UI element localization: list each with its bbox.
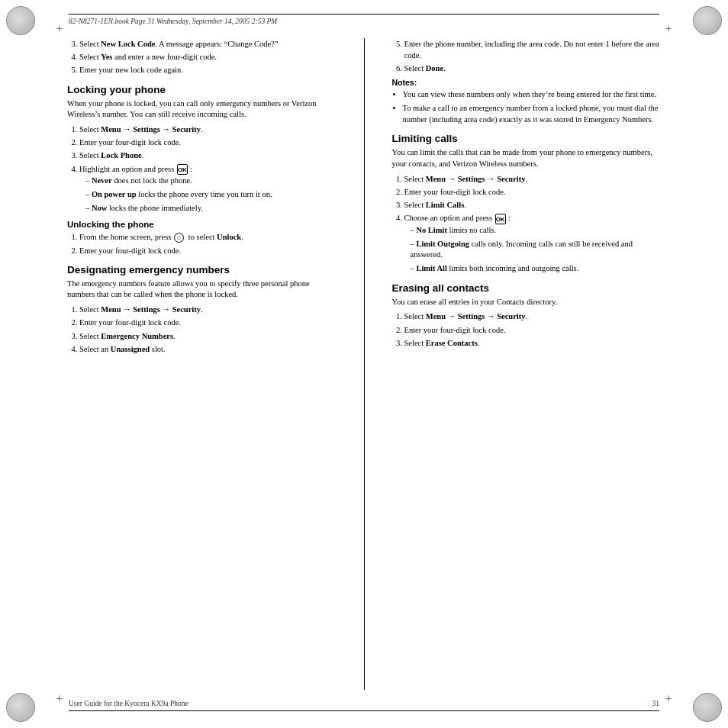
notes-label: Notes:	[392, 78, 662, 87]
footer-left: User Guide for the Kyocera KX9a Phone	[69, 700, 188, 707]
column-divider	[364, 38, 365, 690]
note-2: To make a call to an emergency number fr…	[403, 102, 662, 125]
intro-step-4: Select Yes and enter a new four-digit co…	[79, 51, 337, 63]
left-column: Select New Lock Code. A message appears:…	[67, 38, 346, 690]
heading-limiting-calls: Limiting calls	[392, 133, 662, 144]
emergency-step-4: Select an Unassigned slot.	[79, 343, 337, 355]
locking-phone-steps: Select Menu → Settings → Security. Enter…	[79, 124, 337, 214]
limiting-calls-steps: Select Menu → Settings → Security. Enter…	[404, 173, 662, 275]
right-intro-step-5: Enter the phone number, including the ar…	[404, 38, 662, 61]
locking-step-3: Select Lock Phone.	[79, 150, 337, 161]
main-content: Select New Lock Code. A message appears:…	[67, 38, 661, 690]
option-power-up: On power up locks the phone every time y…	[85, 189, 337, 201]
ok-button-icon-2: OK	[495, 214, 506, 224]
crosshair-bottom-right	[661, 691, 676, 707]
locking-step-1: Select Menu → Settings → Security.	[79, 124, 337, 135]
erasing-contacts-steps: Select Menu → Settings → Security. Enter…	[404, 311, 662, 349]
footer: User Guide for the Kyocera KX9a Phone 31	[69, 700, 659, 711]
footer-right: 31	[652, 700, 660, 707]
heading-erasing-contacts: Erasing all contacts	[392, 282, 662, 294]
nav-button-icon: ○	[174, 233, 184, 243]
top-bar-text: 82-N8271-1EN.book Page 31 Wednesday, Sep…	[69, 18, 277, 25]
limiting-sub-options: No Limit limits no calls. Limit Outgoing…	[411, 225, 662, 275]
corner-decoration-top-left	[6, 6, 35, 35]
locking-phone-body: When your phone is locked, you can call …	[67, 98, 337, 121]
emergency-step-1: Select Menu → Settings → Security.	[79, 304, 337, 315]
right-column: Enter the phone number, including the ar…	[383, 38, 662, 690]
corner-decoration-top-right	[693, 6, 722, 35]
locking-step-2: Enter your four-digit lock code.	[79, 137, 337, 148]
option-no-limit: No Limit limits no calls.	[411, 225, 662, 237]
heading-locking-phone: Locking your phone	[67, 84, 337, 95]
ok-button-icon: OK	[177, 164, 188, 175]
emergency-step-3: Select Emergency Numbers.	[79, 330, 337, 342]
limiting-calls-body: You can limit the calls that can be made…	[392, 147, 662, 169]
corner-decoration-bottom-left	[6, 693, 35, 722]
option-now: Now locks the phone immediately.	[85, 203, 337, 214]
option-never: Never does not lock the phone.	[85, 176, 337, 187]
intro-steps-right: Enter the phone number, including the ar…	[404, 38, 662, 75]
locking-step-4: Highlight an option and press OK : Never…	[79, 163, 337, 214]
note-1: You can view these numbers only when the…	[403, 89, 662, 100]
heading-unlocking-phone: Unlocking the phone	[67, 220, 337, 229]
emergency-numbers-body: The emergency numbers feature allows you…	[67, 279, 337, 301]
unlocking-step-2: Enter your four-digit lock code.	[79, 245, 337, 256]
crosshair-top-left	[52, 21, 67, 37]
limiting-step-1: Select Menu → Settings → Security.	[404, 173, 662, 185]
option-limit-outgoing: Limit Outgoing calls only. Incoming call…	[411, 239, 662, 261]
heading-emergency-numbers: Designating emergency numbers	[67, 264, 337, 275]
corner-decoration-bottom-right	[693, 693, 722, 722]
unlocking-steps: From the home screen, press ○ to select …	[79, 231, 337, 256]
intro-step-5: Enter your new lock code again.	[79, 64, 337, 76]
crosshair-bottom-left	[52, 691, 67, 707]
intro-step-3: Select New Lock Code. A message appears:…	[79, 38, 337, 50]
locking-sub-options: Never does not lock the phone. On power …	[85, 176, 337, 214]
emergency-step-2: Enter your four-digit lock code.	[79, 317, 337, 328]
erasing-step-1: Select Menu → Settings → Security.	[404, 311, 662, 322]
intro-steps-left: Select New Lock Code. A message appears:…	[79, 38, 337, 76]
erasing-step-2: Enter your four-digit lock code.	[404, 324, 662, 336]
limiting-step-2: Enter your four-digit lock code.	[404, 186, 662, 198]
crosshair-top-right	[661, 21, 676, 37]
limiting-step-3: Select Limit Calls.	[404, 199, 662, 211]
erasing-contacts-body: You can erase all entries in your Contac…	[392, 297, 662, 308]
page: 82-N8271-1EN.book Page 31 Wednesday, Sep…	[0, 0, 728, 728]
emergency-numbers-steps: Select Menu → Settings → Security. Enter…	[79, 304, 337, 355]
notes-list: You can view these numbers only when the…	[403, 89, 662, 126]
top-bar: 82-N8271-1EN.book Page 31 Wednesday, Sep…	[69, 14, 659, 25]
option-limit-all: Limit All limits both incoming and outgo…	[411, 263, 662, 275]
right-intro-step-6: Select Done.	[404, 63, 662, 74]
limiting-step-4: Choose an option and press OK : No Limit…	[404, 212, 662, 274]
unlocking-step-1: From the home screen, press ○ to select …	[79, 231, 337, 243]
erasing-step-3: Select Erase Contacts.	[404, 337, 662, 349]
